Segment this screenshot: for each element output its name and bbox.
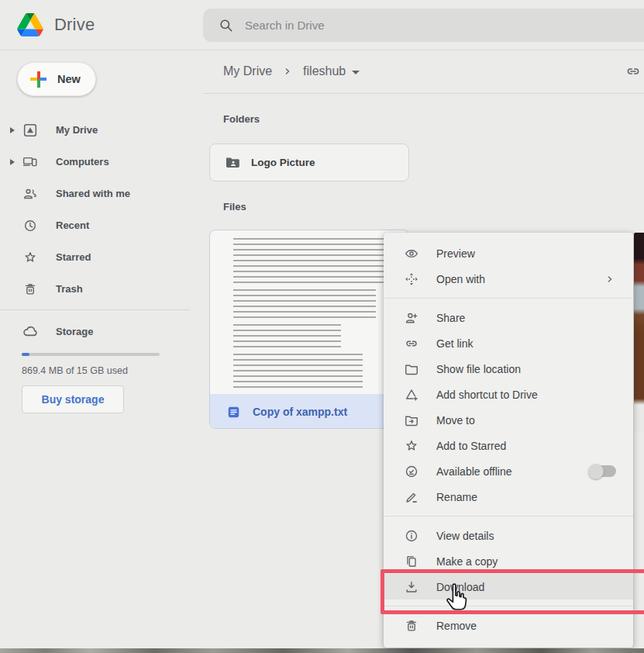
folder-card-logo-picture[interactable]: Logo Picture [209,143,409,181]
person-add-icon [404,310,419,326]
offline-pin-icon [404,464,419,479]
files-heading: Files [223,201,246,212]
expand-arrow-icon[interactable] [10,127,15,133]
menu-item-label: Show file location [436,363,521,375]
storage-progress-bar [22,353,160,356]
menu-item-label: Make a copy [436,555,498,568]
copy-icon [404,554,419,569]
breadcrumb-current-folder[interactable]: fileshub [303,64,360,78]
text-document-icon [226,405,241,420]
menu-divider [384,298,633,299]
menu-divider [384,516,633,517]
pencil-icon [404,489,419,505]
sidebar-item-label: Recent [56,219,89,231]
available-offline-toggle[interactable] [590,465,616,477]
sidebar-nav: My Drive Computers Shared with me Recent… [0,114,203,305]
computers-icon [22,154,38,170]
sidebar-item-label: Trash [56,283,83,295]
open-with-icon [404,271,419,287]
menu-item-share[interactable]: Share [384,305,633,330]
folder-icon [404,361,419,377]
menu-item-remove[interactable]: Remove [384,613,633,638]
menu-item-label: Add to Starred [436,440,506,452]
new-button-label: New [57,73,81,85]
menu-item-available-offline[interactable]: Available offline [384,458,633,484]
star-icon [22,250,38,265]
partial-image-file-card[interactable] [634,233,644,433]
menu-item-label: Download [436,581,484,593]
search-icon [219,18,234,33]
add-shortcut-icon [404,387,419,403]
sidebar-item-starred[interactable]: Starred [0,241,203,273]
menu-item-show-file-location[interactable]: Show file location [384,356,633,382]
drive-icon [22,123,38,138]
buy-storage-label: Buy storage [42,393,105,406]
menu-divider [384,606,633,606]
sidebar-item-shared-with-me[interactable]: Shared with me [0,178,203,209]
folders-heading: Folders [223,113,260,125]
app-title: Drive [54,15,95,35]
menu-item-add-shortcut-to-drive[interactable]: Add shortcut to Drive [384,382,633,407]
sidebar-divider [0,309,191,310]
menu-item-view-details[interactable]: View details [384,523,633,548]
download-icon [404,579,419,595]
menu-item-label: Preview [436,247,475,260]
menu-item-open-with[interactable]: Open with [384,266,633,292]
search-input[interactable]: Search in Drive [203,9,644,42]
info-icon [404,528,419,544]
cloud-icon [22,323,39,340]
menu-item-get-link[interactable]: Get link [384,330,633,356]
menu-item-label: Get link [436,337,473,350]
menu-item-label: Move to [436,414,475,427]
shared-folder-icon [225,154,241,171]
storage-label: Storage [56,326,93,337]
trash-icon [404,618,419,634]
breadcrumb-bar: My Drive fileshub [203,50,644,94]
file-title-bar: Copy of xampp.txt [210,394,408,429]
sidebar-item-storage[interactable]: Storage [0,316,203,347]
buy-storage-button[interactable]: Buy storage [22,385,124,413]
context-menu: Preview Open with Share Get link Show fi… [384,233,633,648]
trash-icon [22,282,38,297]
move-to-folder-icon [404,413,419,428]
sidebar-item-label: Starred [56,251,91,263]
sidebar-item-my-drive[interactable]: My Drive [0,114,203,146]
sidebar-item-label: My Drive [56,124,98,136]
app-header: Drive Search in Drive [0,0,644,50]
plus-icon [30,71,46,88]
google-drive-window: Drive Search in Drive New My Drive Compu… [0,0,644,653]
file-preview-thumbnail [210,230,408,394]
menu-item-preview[interactable]: Preview [384,240,633,266]
search-placeholder: Search in Drive [245,19,325,32]
menu-item-move-to[interactable]: Move to [384,407,633,433]
storage-progress-fill [22,353,29,356]
sidebar-item-recent[interactable]: Recent [0,209,203,241]
menu-item-download[interactable]: Download [384,574,633,599]
menu-item-label: Rename [436,491,477,503]
storage-usage-text: 869.4 MB of 15 GB used [22,365,128,376]
menu-item-label: Share [436,312,465,324]
menu-item-add-to-starred[interactable]: Add to Starred [384,433,633,458]
breadcrumb-my-drive[interactable]: My Drive [223,64,272,78]
menu-item-label: Remove [436,620,477,632]
menu-item-make-a-copy[interactable]: Make a copy [384,548,633,574]
storage-section: Storage 869.4 MB of 15 GB used Buy stora… [0,316,203,347]
clock-icon [22,218,38,233]
file-name: Copy of xampp.txt [253,406,347,418]
new-button[interactable]: New [17,62,96,96]
chevron-down-icon [352,71,360,74]
sidebar: New My Drive Computers Shared with me Re… [0,50,203,653]
menu-item-label: Open with [436,273,485,285]
sidebar-item-computers[interactable]: Computers [0,146,203,178]
breadcrumb: My Drive fileshub [223,64,360,78]
menu-item-rename[interactable]: Rename [384,484,633,510]
toggle-knob [588,464,604,479]
sidebar-item-trash[interactable]: Trash [0,273,203,305]
menu-item-label: Add shortcut to Drive [436,389,538,401]
expand-arrow-icon[interactable] [10,159,15,165]
submenu-chevron-icon [604,273,616,285]
drive-brand[interactable]: Drive [17,0,95,50]
breadcrumb-current-label: fileshub [303,64,346,78]
file-card-copy-of-xampp[interactable]: Copy of xampp.txt [209,230,409,429]
get-link-icon[interactable] [625,63,642,80]
